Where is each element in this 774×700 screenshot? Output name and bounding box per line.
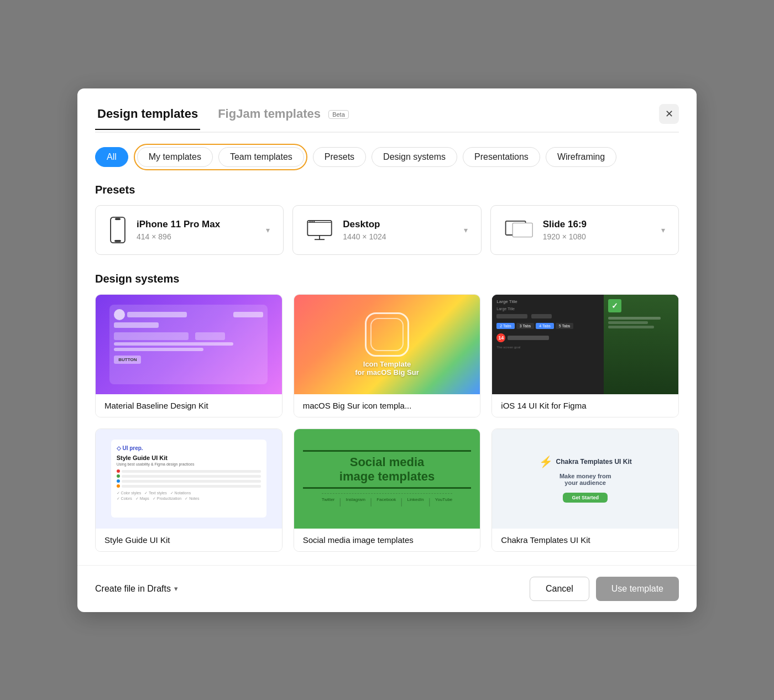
drafts-label: Create file in Drafts	[95, 584, 171, 594]
modal-body: Presets iPhone 11 Pro Max	[77, 170, 697, 565]
chip-presentations[interactable]: Presentations	[463, 147, 540, 167]
close-button[interactable]: ✕	[659, 104, 679, 124]
preset-card-desktop[interactable]: Desktop 1440 × 1024 ▾	[292, 205, 481, 255]
desktop-info: Desktop 1440 × 1024	[343, 219, 453, 241]
iphone-dim: 414 × 896	[137, 232, 256, 241]
filter-row: All My templates Team templates Presets …	[77, 133, 697, 170]
iphone-chevron: ▾	[266, 226, 270, 234]
chip-wireframing[interactable]: Wireframing	[546, 147, 616, 167]
tab-figjam-templates[interactable]: FigJam templates Beta	[216, 107, 351, 130]
template-card-material[interactable]: BUTTON Material Baseline Design Kit	[95, 294, 283, 417]
top-tabs: Design templates FigJam templates Beta ✕	[95, 104, 679, 133]
chip-team-templates[interactable]: Team templates	[218, 147, 304, 167]
footer-actions: Cancel Use template	[530, 577, 679, 601]
design-templates-modal: Design templates FigJam templates Beta ✕…	[77, 88, 697, 612]
use-template-button[interactable]: Use template	[596, 577, 679, 601]
slide-info: Slide 16:9 1920 × 1080	[543, 219, 651, 241]
drafts-chevron-icon: ▾	[174, 584, 178, 593]
svg-rect-11	[512, 223, 532, 237]
presets-section: Presets iPhone 11 Pro Max	[95, 184, 679, 255]
desktop-chevron: ▾	[464, 226, 468, 234]
slide-chevron: ▾	[661, 226, 665, 234]
templates-grid: BUTTON Material Baseline Design Kit	[95, 294, 679, 552]
modal-footer: Create file in Drafts ▾ Cancel Use templ…	[77, 565, 697, 612]
template-label-social: Social media image templates	[294, 529, 480, 551]
template-card-ios14[interactable]: Large Title Large Title 2 Tabs 3 Tabs	[491, 294, 679, 417]
desktop-dim: 1440 × 1024	[343, 232, 453, 241]
svg-point-5	[310, 221, 311, 222]
template-label-material: Material Baseline Design Kit	[96, 394, 282, 417]
cancel-button[interactable]: Cancel	[530, 577, 589, 601]
chip-all[interactable]: All	[95, 147, 128, 167]
modal-header: Design templates FigJam templates Beta ✕	[77, 88, 697, 133]
drafts-selector[interactable]: Create file in Drafts ▾	[95, 584, 178, 594]
iphone-icon	[109, 217, 127, 243]
template-card-macos[interactable]: Icon Templatefor macOS Big Sur macOS Big…	[294, 294, 481, 417]
beta-badge: Beta	[328, 110, 349, 119]
desktop-name: Desktop	[343, 219, 453, 230]
modal-backdrop: Design templates FigJam templates Beta ✕…	[0, 0, 774, 700]
design-systems-section: Design systems	[95, 273, 679, 552]
close-icon: ✕	[665, 108, 673, 120]
template-label-chakra: Chakra Templates UI Kit	[492, 529, 678, 551]
desktop-icon	[306, 220, 333, 241]
template-thumb-styleguide: ◇ UI prep. Style Guide UI Kit Using best…	[96, 429, 282, 529]
template-thumb-social: Social mediaimage templates Twitter | In…	[294, 429, 480, 529]
svg-point-6	[312, 221, 313, 222]
svg-rect-0	[111, 217, 125, 242]
design-systems-title: Design systems	[95, 273, 679, 285]
iphone-info: iPhone 11 Pro Max 414 × 896	[137, 219, 256, 241]
template-label-styleguide: Style Guide UI Kit	[96, 529, 282, 551]
tab-design-templates[interactable]: Design templates	[95, 107, 200, 130]
template-card-chakra[interactable]: ⚡ Chakra Templates UI Kit Make money fro…	[491, 429, 679, 552]
slide-name: Slide 16:9	[543, 219, 651, 230]
preset-card-slide[interactable]: Slide 16:9 1920 × 1080 ▾	[490, 205, 679, 255]
template-card-styleguide[interactable]: ◇ UI prep. Style Guide UI Kit Using best…	[95, 429, 283, 552]
iphone-name: iPhone 11 Pro Max	[137, 219, 256, 230]
chip-design-systems[interactable]: Design systems	[372, 147, 457, 167]
svg-rect-2	[114, 240, 121, 242]
chip-presets[interactable]: Presets	[313, 147, 366, 167]
chip-group-highlighted: My templates Team templates	[134, 144, 307, 170]
presets-grid: iPhone 11 Pro Max 414 × 896 ▾	[95, 205, 679, 255]
slide-icon	[504, 220, 533, 240]
svg-point-7	[313, 221, 315, 222]
chip-my-templates[interactable]: My templates	[137, 147, 213, 167]
preset-card-iphone[interactable]: iPhone 11 Pro Max 414 × 896 ▾	[95, 205, 284, 255]
template-card-social[interactable]: Social mediaimage templates Twitter | In…	[294, 429, 481, 552]
template-thumb-material: BUTTON	[96, 295, 282, 394]
template-thumb-chakra: ⚡ Chakra Templates UI Kit Make money fro…	[492, 429, 678, 529]
presets-section-title: Presets	[95, 184, 679, 196]
template-label-ios14: iOS 14 UI Kit for Figma	[492, 394, 678, 417]
svg-rect-1	[115, 218, 120, 220]
template-thumb-ios14: Large Title Large Title 2 Tabs 3 Tabs	[492, 295, 678, 394]
template-thumb-macos: Icon Templatefor macOS Big Sur	[294, 295, 480, 394]
slide-dim: 1920 × 1080	[543, 232, 651, 241]
template-label-macos: macOS Big Sur icon templa...	[294, 394, 480, 417]
